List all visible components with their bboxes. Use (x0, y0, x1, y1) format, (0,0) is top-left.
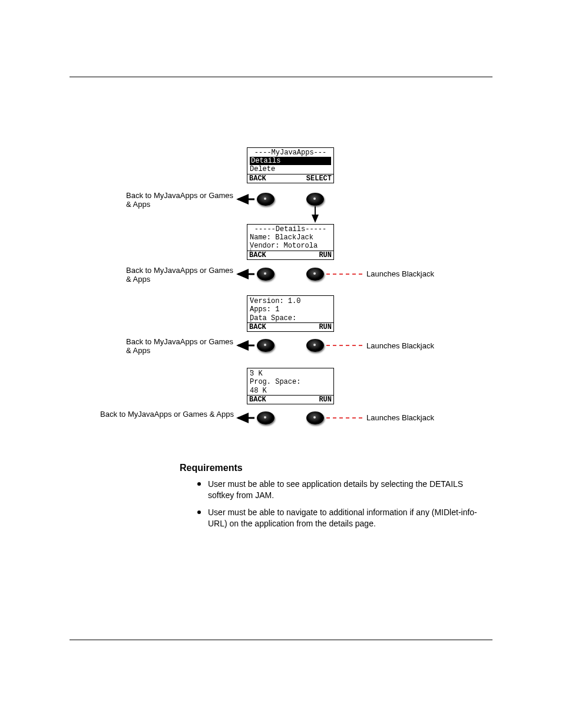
screen3-version: Version: 1.0 (247, 296, 333, 305)
screen4-size: 3 K (247, 368, 333, 378)
header-rule (70, 77, 492, 77)
screen-details-3: 3 K Prog. Space: 48 K BACK RUN (247, 368, 334, 404)
back-label-1: Back to MyJavaApps or Games & Apps (126, 192, 235, 209)
screen1-back: BACK (249, 174, 266, 183)
bullet-icon (197, 482, 201, 486)
back-label-4: Back to MyJavaApps or Games & Apps (100, 410, 236, 419)
screen4-run: RUN (319, 396, 332, 404)
screen2-softkeys: BACK RUN (247, 251, 333, 259)
screen1-title: ----MyJavaApps--- (247, 148, 333, 157)
screen3-back: BACK (249, 323, 266, 331)
screen3-run: RUN (319, 323, 332, 331)
requirements-list: User must be able to see application det… (197, 479, 480, 535)
run-knob-3[interactable] (306, 339, 324, 352)
run-knob-2[interactable] (306, 268, 324, 281)
screen-details-1: -----Details----- Name: BlackJack Vendor… (247, 224, 334, 260)
screen1-select: SELECT (306, 174, 332, 183)
back-label-2: Back to MyJavaApps or Games & Apps (126, 266, 235, 284)
footer-rule (70, 640, 492, 640)
requirement-2-text: User must be able to navigate to additio… (208, 507, 480, 529)
back-knob-2[interactable] (257, 268, 275, 281)
select-knob-1[interactable] (306, 193, 324, 206)
screen2-name: Name: BlackJack (247, 233, 333, 242)
requirement-1-text: User must be able to see application det… (208, 479, 480, 501)
screen4-back: BACK (249, 396, 266, 404)
back-knob-3[interactable] (257, 339, 275, 352)
flow-diagram: ----MyJavaApps--- Details Delete BACK SE… (100, 147, 465, 448)
back-knob-4[interactable] (257, 411, 275, 424)
requirement-item: User must be able to navigate to additio… (197, 507, 480, 529)
back-knob-1[interactable] (257, 193, 275, 206)
launch-label-2: Launches Blackjack (366, 342, 434, 351)
screen3-dataspace: Data Space: (247, 314, 333, 322)
screen3-apps: Apps: 1 (247, 305, 333, 314)
screen3-softkeys: BACK RUN (247, 322, 333, 331)
screen2-title: -----Details----- (247, 225, 333, 233)
screen4-progval: 48 K (247, 387, 333, 395)
screen4-prog: Prog. Space: (247, 378, 333, 386)
screen-details-2: Version: 1.0 Apps: 1 Data Space: BACK RU… (247, 295, 334, 332)
screen1-softkeys: BACK SELECT (247, 174, 333, 183)
back-label-3: Back to MyJavaApps or Games & Apps (126, 338, 235, 355)
screen1-row-delete: Delete (247, 165, 333, 173)
launch-label-1: Launches Blackjack (366, 270, 434, 279)
screen-myjavaapps: ----MyJavaApps--- Details Delete BACK SE… (247, 147, 334, 183)
screen2-vendor: Vendor: Motorola (247, 242, 333, 250)
screen2-run: RUN (319, 251, 332, 259)
launch-label-3: Launches Blackjack (366, 414, 434, 423)
screen2-back: BACK (249, 251, 266, 259)
run-knob-4[interactable] (306, 411, 324, 424)
requirements-heading: Requirements (180, 463, 243, 473)
screen1-row-details: Details (250, 157, 331, 165)
screen4-softkeys: BACK RUN (247, 395, 333, 404)
bullet-icon (197, 510, 201, 514)
requirement-item: User must be able to see application det… (197, 479, 480, 501)
